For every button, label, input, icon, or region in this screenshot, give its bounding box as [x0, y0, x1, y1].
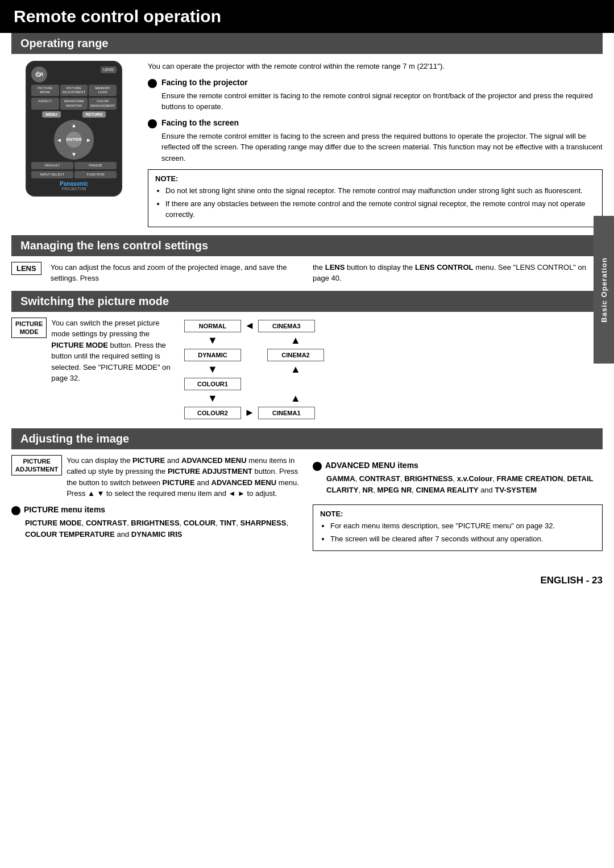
power-button-icon: ⏻/I [31, 66, 47, 82]
facing-projector-heading: Facing to the projector [161, 78, 248, 87]
mode-colour2: COLOUR2 [184, 407, 241, 419]
mode-cinema2: CINEMA2 [267, 349, 324, 361]
arrow-down-3: ▼ [208, 393, 218, 404]
facing-screen-heading: Facing to the screen [161, 118, 239, 127]
operating-range-intro: You can operate the projector with the r… [148, 61, 603, 72]
mode-colour1: COLOUR1 [184, 378, 241, 390]
freeze-btn-icon: FREEZE [74, 162, 117, 169]
adjusting-image-header: Adjusting the image [11, 428, 603, 449]
operating-range-note: NOTE: Do not let strong light shine onto… [148, 169, 603, 227]
switching-picture-header: Switching the picture mode [11, 291, 603, 312]
picture-menu-bullet [11, 506, 20, 515]
advanced-menu-bullet [313, 462, 322, 471]
basic-operation-sidebar: Basic Operation [594, 216, 614, 364]
waveform-btn-icon: WAVEFORMMONITOR [60, 98, 88, 109]
arrow-up-1: ▲ [291, 335, 301, 347]
remote-control-image: ⏻/I LENS PICTUREMODE PICTUREADJUSTMENT M… [11, 61, 136, 227]
facing-screen-body: Ensure the remote control emitter is fac… [161, 131, 603, 164]
switching-picture-text: You can switch the preset picture mode s… [51, 318, 171, 384]
note-title: NOTE: [155, 174, 595, 183]
adjusting-note-item-2: The screen will be cleared after 7 secon… [330, 533, 595, 545]
arrow-down-1: ▼ [208, 335, 218, 347]
mode-cinema3: CINEMA3 [258, 320, 315, 332]
arrow-up-2: ▲ [291, 364, 301, 375]
input-select-btn-icon: INPUT SELECT [31, 171, 73, 178]
managing-lens-left-text: You can adjust the focus and zoom of the… [51, 262, 301, 284]
lens-btn-label: LENS [11, 262, 42, 275]
facing-projector-body: Ensure the remote control emitter is fac… [161, 90, 603, 112]
sidebar-label: Basic Operation [600, 257, 608, 323]
arrow-down-2: ▼ [208, 364, 218, 375]
picture-menu-section: PICTURE menu items PICTURE MODE, CONTRAS… [11, 505, 301, 541]
lens-button-icon: LENS [101, 66, 117, 73]
picture-mode-btn: PICTURE MODE [11, 318, 47, 339]
arrow-colour2-cinema1: ► [244, 407, 255, 419]
menu-btn-icon: MENU [42, 111, 61, 118]
operating-range-header: Operating range [11, 33, 603, 54]
picture-adj-btn-icon: PICTUREADJUSTMENT [60, 85, 88, 96]
note-item-1: Do not let strong light shine onto the s… [165, 185, 595, 197]
mode-diagram: NORMAL ◄ CINEMA3 ▼ ▲ [182, 318, 603, 422]
advanced-menu-section: ADVANCED MENU items GAMMA, CONTRAST, BRI… [313, 461, 603, 497]
mode-cinema1: CINEMA1 [258, 407, 315, 419]
facing-screen-bullet [148, 119, 157, 128]
return-btn-icon: RETURN [82, 111, 106, 118]
advanced-menu-items: GAMMA, CONTRAST, BRIGHTNESS, x.v.Colour,… [326, 473, 603, 497]
mode-dynamic: DYNAMIC [184, 349, 241, 361]
facing-projector-bullet [148, 79, 157, 88]
color-mgmt-btn-icon: COLORMANAGEMENT [89, 98, 117, 109]
adjusting-note-item-1: For each menu items description, see "PI… [330, 520, 595, 532]
picture-menu-heading: PICTURE menu items [24, 505, 105, 514]
advanced-menu-heading: ADVANCED MENU items [325, 461, 418, 470]
page-number: ENGLISH - 23 [0, 569, 614, 592]
managing-lens-header: Managing the lens control settings [11, 235, 603, 256]
mode-normal: NORMAL [184, 320, 241, 332]
default-btn-icon: DEFAULT [31, 162, 73, 169]
adjusting-note-title: NOTE: [320, 510, 595, 518]
brand-label: Panasonic [31, 181, 117, 187]
adjusting-note: NOTE: For each menu items description, s… [313, 504, 603, 551]
note-item-2: If there are any obstacles between the r… [165, 198, 595, 220]
adjusting-image-text: You can display the PICTURE and ADVANCED… [67, 455, 301, 499]
arrow-up-3: ▲ [291, 393, 301, 404]
model-label: PROJECTOR [31, 187, 117, 191]
picture-adjustment-btn: PICTURE ADJUSTMENT [11, 455, 62, 476]
managing-lens-right-text: the LENS button to display the LENS CONT… [313, 262, 603, 284]
memory-load-btn-icon: MEMORYLOAD [89, 85, 117, 96]
nav-pad-icon: ▲ ▼ ◄ ► ENTER [54, 120, 94, 160]
function-btn-icon: FUNCTION [74, 171, 117, 178]
aspect-btn-icon: ASPECT [31, 98, 59, 109]
page-title: Remote control operation [0, 0, 614, 33]
arrow-normal-cinema3: ◄ [244, 320, 255, 332]
picture-mode-btn-icon: PICTUREMODE [31, 85, 59, 96]
picture-menu-items: PICTURE MODE, CONTRAST, BRIGHTNESS, COLO… [25, 518, 301, 541]
